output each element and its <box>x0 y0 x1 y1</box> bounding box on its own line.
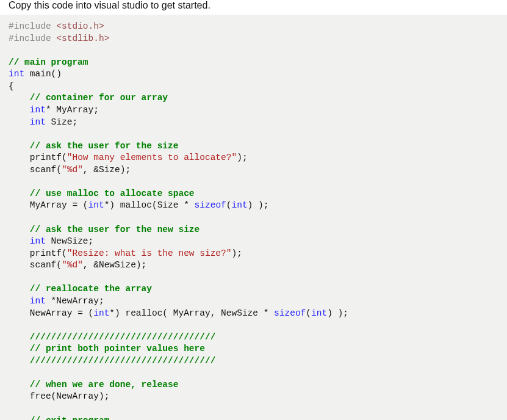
indent <box>9 189 30 198</box>
indent <box>9 117 30 127</box>
indent <box>9 380 30 389</box>
malloc-lhs: MyArray = ( <box>30 200 88 210</box>
scanf1-call: scanf( <box>30 165 62 175</box>
decl-myarray: * MyArray; <box>46 105 99 115</box>
indent <box>9 225 30 234</box>
scanf2-call: scanf( <box>30 260 62 270</box>
printf2-call: printf( <box>30 248 67 258</box>
indent <box>9 105 30 115</box>
printf2-str: "Resize: what is the new size?" <box>67 248 232 258</box>
printf1-end: ); <box>237 153 247 162</box>
kw-int-main: int <box>9 69 24 79</box>
sizeof-int-1: int <box>232 200 248 210</box>
sizeof-open-2: ( <box>306 308 311 318</box>
malloc-cast-int: int <box>88 200 104 210</box>
comment-realloc: // reallocate the array <box>30 284 152 294</box>
indent <box>9 93 30 103</box>
scanf2-rest: , &NewSize); <box>83 260 146 270</box>
indent <box>9 344 30 353</box>
indent <box>9 296 30 306</box>
kw-sizeof-1: sizeof <box>195 200 226 210</box>
scanf2-str: "%d" <box>62 260 83 270</box>
sizeof-open-1: ( <box>226 200 232 210</box>
indent <box>9 141 30 151</box>
comment-print-here: // print both pointer values here <box>30 344 205 353</box>
include-target-1: <stdio.h> <box>56 21 104 31</box>
comment-malloc: // use malloc to allocate space <box>30 189 195 198</box>
indent <box>9 391 30 401</box>
realloc-lhs: NewArray = ( <box>30 308 93 318</box>
brace-open: { <box>9 81 14 91</box>
printf2-end: ); <box>231 248 242 258</box>
indent <box>9 153 30 162</box>
decl-newsize: NewSize; <box>46 236 93 246</box>
kw-int-size: int <box>30 117 46 127</box>
indent <box>9 200 30 210</box>
indent <box>9 416 30 420</box>
indent <box>9 308 30 318</box>
sizeof-close-1: ) ); <box>248 200 269 210</box>
decl-newarray: *NewArray; <box>46 296 104 306</box>
realloc-cast: *) realloc( MyArray, NewSize * <box>109 308 274 318</box>
sizeof-int-2: int <box>311 308 327 318</box>
kw-int-newarray: int <box>30 296 46 306</box>
sizeof-close-2: ) ); <box>327 308 348 318</box>
scanf1-str: "%d" <box>62 165 83 175</box>
comment-main: // main program <box>9 57 88 67</box>
indent <box>9 248 30 258</box>
realloc-cast-int: int <box>93 308 109 318</box>
comment-release: // when we are done, release <box>30 380 179 389</box>
indent <box>9 260 30 270</box>
decl-size: Size; <box>46 117 77 127</box>
printf1-str: "How many elements to allocate?" <box>67 153 237 162</box>
malloc-cast: *) malloc(Size * <box>104 200 195 210</box>
id-main: main() <box>24 69 62 79</box>
comment-exit: // exit program <box>30 416 110 420</box>
kw-sizeof-2: sizeof <box>274 308 306 318</box>
printf1-call: printf( <box>30 153 67 162</box>
indent <box>9 284 30 294</box>
instruction-heading: Copy this code into visual studio to get… <box>0 0 507 15</box>
indent <box>9 165 30 175</box>
preproc-include-1: #include <box>9 21 56 31</box>
kw-int-myarray: int <box>30 105 46 115</box>
preproc-include-2: #include <box>9 34 56 43</box>
code-block: #include <stdio.h> #include <stdlib.h> /… <box>0 15 507 420</box>
indent <box>9 236 30 246</box>
comment-bar-2: /////////////////////////////////// <box>30 356 216 366</box>
kw-int-newsize: int <box>30 236 46 246</box>
comment-ask-newsize: // ask the user for the new size <box>30 225 200 234</box>
comment-ask-size: // ask the user for the size <box>30 141 179 151</box>
free-call: free(NewArray); <box>30 391 110 401</box>
comment-container: // container for our array <box>30 93 168 103</box>
comment-bar-1: /////////////////////////////////// <box>30 332 216 342</box>
indent <box>9 356 30 366</box>
indent <box>9 332 30 342</box>
scanf1-rest: , &Size); <box>83 165 131 175</box>
include-target-2: <stdlib.h> <box>56 34 109 43</box>
